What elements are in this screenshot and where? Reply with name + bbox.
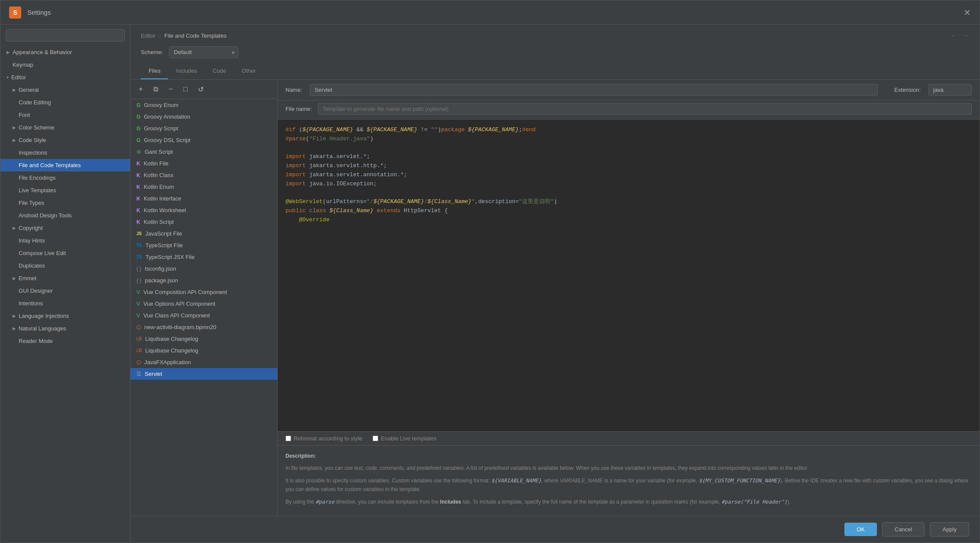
list-item-package-json[interactable]: { } package.json <box>130 275 277 286</box>
list-item-groovy-dsl[interactable]: G Groovy DSL Script <box>130 134 277 146</box>
sidebar-item-file-code-templates[interactable]: File and Code Templates <box>0 159 130 171</box>
parse-example: #parse("File Header") <box>721 499 787 505</box>
search-input[interactable] <box>6 29 125 42</box>
tab-includes[interactable]: Includes <box>168 63 204 79</box>
kotlin-icon: K <box>136 207 140 213</box>
sidebar-item-compose-live-edit[interactable]: Compose Live Edit <box>0 247 130 259</box>
list-item-liquibase2[interactable]: LB Liquibase Changelog <box>130 345 277 356</box>
tab-files[interactable]: Files <box>141 63 168 79</box>
code-line-1: #if (${PACKAGE_NAME} && ${PACKAGE_NAME} … <box>286 126 972 135</box>
sidebar-item-emmet[interactable]: ▶ Emmet <box>0 272 130 284</box>
sidebar-item-general[interactable]: ▶ General <box>0 84 130 96</box>
list-item-kotlin-worksheet[interactable]: K Kotlin Worksheet <box>130 204 277 216</box>
template-filename-input[interactable] <box>318 103 972 115</box>
tab-other[interactable]: Other <box>234 63 264 79</box>
code-editor[interactable]: #if (${PACKAGE_NAME} && ${PACKAGE_NAME} … <box>278 120 980 431</box>
forward-arrow[interactable]: → <box>962 32 969 39</box>
description-para2: It is also possible to specify custom va… <box>286 476 972 494</box>
reset-template-button[interactable]: ↺ <box>194 83 208 95</box>
back-arrow[interactable]: ← <box>950 32 957 39</box>
filename-row: File name: <box>278 100 980 120</box>
list-item-vue-options[interactable]: V Vue Options API Component <box>130 298 277 310</box>
enable-live-checkbox[interactable] <box>373 436 378 441</box>
list-item-kotlin-script[interactable]: K Kotlin Script <box>130 216 277 228</box>
remove-template-button[interactable]: − <box>165 83 177 95</box>
sidebar-item-file-encodings[interactable]: File Encodings <box>0 171 130 184</box>
sidebar-item-inspections[interactable]: Inspections <box>0 146 130 159</box>
code-line-6: import jakarta.servlet.annotation.*; <box>286 171 972 180</box>
kotlin-icon: K <box>136 196 140 202</box>
template-name-input[interactable] <box>310 84 878 96</box>
list-item-typescript-file[interactable]: TS TypeScript File <box>130 239 277 251</box>
template-extension-input[interactable] <box>928 84 972 96</box>
list-item-kotlin-file[interactable]: K Kotlin File <box>130 158 277 169</box>
list-item-tsconfig[interactable]: { } tsconfig.json <box>130 263 277 275</box>
list-item-typescript-jsx[interactable]: TS TypeScript JSX File <box>130 251 277 263</box>
scheme-dropdown[interactable]: Default <box>169 46 238 58</box>
groovy-icon: G <box>136 126 140 132</box>
code-line-2: #parse("File Header.java") <box>286 135 972 144</box>
list-item-kotlin-class[interactable]: K Kotlin Class <box>130 169 277 181</box>
breadcrumb: Editor › File and Code Templates ← → <box>130 25 980 43</box>
sidebar-item-live-templates[interactable]: Live Templates <box>0 184 130 197</box>
list-item-groovy-annotation[interactable]: G Groovy Annotation <box>130 111 277 123</box>
typescript-icon: TS <box>136 255 142 259</box>
tabs-row: Files Includes Code Other <box>130 63 980 80</box>
sidebar-item-duplicates[interactable]: Duplicates <box>0 259 130 272</box>
tab-code[interactable]: Code <box>205 63 234 79</box>
sidebar-item-file-types[interactable]: File Types <box>0 197 130 209</box>
code-line-8 <box>286 189 972 198</box>
sidebar-item-code-style[interactable]: ▶ Code Style <box>0 134 130 146</box>
javafx-icon: ⬡ <box>136 359 141 365</box>
sidebar-item-language-injections[interactable]: ▶ Language Injections <box>0 310 130 322</box>
list-item-vue-composition[interactable]: V Vue Composition API Component <box>130 286 277 298</box>
breadcrumb-parent: Editor <box>141 32 156 39</box>
list-item-liquibase1[interactable]: LB Liquibase Changelog <box>130 333 277 345</box>
sidebar-item-reader-mode[interactable]: Reader Mode <box>0 335 130 347</box>
list-item-kotlin-enum[interactable]: K Kotlin Enum <box>130 181 277 193</box>
enable-live-checkbox-label[interactable]: Enable Live templates <box>373 435 436 442</box>
sidebar-item-color-scheme[interactable]: ▶ Color Scheme <box>0 121 130 134</box>
copy-template-button[interactable]: ⧉ <box>149 83 162 95</box>
groovy-icon: G <box>136 102 140 108</box>
list-item-javafx[interactable]: ⬡ JavaFXApplication <box>130 356 277 368</box>
sidebar-item-editor[interactable]: ▾ Editor <box>0 71 130 84</box>
apply-button[interactable]: Apply <box>930 522 969 537</box>
code-line-7: import java.io.IOException; <box>286 180 972 189</box>
left-navigation-panel: ▶ Appearance & Behavior Keymap ▾ Editor … <box>0 25 130 543</box>
code-line-3 <box>286 144 972 153</box>
servlet-icon: ☰ <box>136 371 141 377</box>
editor-panel: Name: Extension: File name: #if (${PACKA… <box>278 80 980 516</box>
duplicate-template-button[interactable]: □ <box>179 83 191 95</box>
list-item-vue-class[interactable]: V Vue Class API Component <box>130 310 277 321</box>
sidebar-item-android-design[interactable]: Android Design Tools <box>0 209 130 222</box>
list-item-javascript-file[interactable]: JS JavaScript File <box>130 228 277 239</box>
sidebar-item-code-editing[interactable]: Code Editing <box>0 96 130 109</box>
filename-field-label: File name: <box>286 106 312 112</box>
reformat-checkbox-label[interactable]: Reformat according to style <box>286 435 362 442</box>
right-panel: Editor › File and Code Templates ← → Sch… <box>130 25 980 543</box>
close-button[interactable]: ✕ <box>964 7 971 18</box>
parse-directive: #parse <box>315 499 334 505</box>
list-item-kotlin-interface[interactable]: K Kotlin Interface <box>130 193 277 204</box>
sidebar-item-keymap[interactable]: Keymap <box>0 58 130 71</box>
cancel-button[interactable]: Cancel <box>882 522 925 537</box>
sidebar-item-intentions[interactable]: Intentions <box>0 297 130 310</box>
list-item-gant-script[interactable]: ⚙ Gant Script <box>130 146 277 158</box>
sidebar-item-copyright[interactable]: ▶ Copyright <box>0 222 130 234</box>
includes-tab-ref: Includes <box>440 499 461 505</box>
file-list-panel: + ⧉ − □ ↺ G Groovy Enum G Groovy An <box>130 80 278 516</box>
list-item-groovy-script[interactable]: G Groovy Script <box>130 123 277 134</box>
sidebar-item-inlay-hints[interactable]: Inlay Hints <box>0 234 130 247</box>
ok-button[interactable]: OK <box>844 523 877 536</box>
reformat-checkbox[interactable] <box>286 436 291 441</box>
liquibase-icon: LB <box>136 336 142 341</box>
sidebar-item-natural-languages[interactable]: ▶ Natural Languages <box>0 322 130 335</box>
sidebar-item-font[interactable]: Font <box>0 109 130 121</box>
list-item-servlet[interactable]: ☰ Servlet <box>130 368 277 380</box>
sidebar-item-appearance[interactable]: ▶ Appearance & Behavior <box>0 46 130 58</box>
add-template-button[interactable]: + <box>135 83 147 95</box>
list-item-bpmn[interactable]: ⬡ new-activiti-diagram.bpmn20 <box>130 321 277 333</box>
sidebar-item-gui-designer[interactable]: GUI Designer <box>0 284 130 297</box>
list-item-groovy-enum[interactable]: G Groovy Enum <box>130 99 277 111</box>
